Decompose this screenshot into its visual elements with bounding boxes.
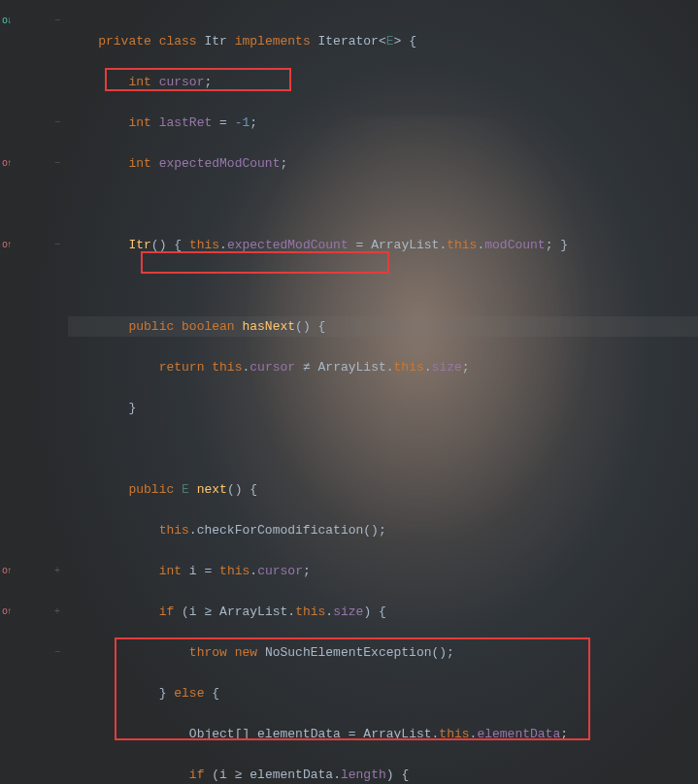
code-line[interactable]: int i = this.cursor; bbox=[68, 561, 698, 581]
code-line[interactable]: this.checkForComodification(); bbox=[68, 520, 698, 540]
code-line[interactable]: Object[] elementData = ArrayList.this.el… bbox=[68, 724, 698, 744]
code-area[interactable]: private class Itr implements Iterator<E>… bbox=[68, 0, 698, 784]
override-marker-up-icon[interactable]: o↑ bbox=[2, 153, 21, 174]
code-line[interactable]: return this.cursor ≠ ArrayList.this.size… bbox=[68, 357, 698, 377]
code-line[interactable]: public boolean hasNext() { bbox=[68, 316, 698, 337]
override-marker-up-icon[interactable]: o↑ bbox=[2, 561, 21, 581]
fold-tick-icon[interactable]: − bbox=[54, 153, 60, 174]
code-line[interactable]: } else { bbox=[68, 683, 698, 703]
code-line[interactable]: Itr() { this.expectedModCount = ArrayLis… bbox=[68, 235, 698, 255]
fold-tick-icon[interactable]: − bbox=[54, 113, 60, 133]
code-line[interactable]: throw new NoSuchElementException(); bbox=[68, 642, 698, 663]
code-line[interactable]: private class Itr implements Iterator<E>… bbox=[68, 31, 698, 51]
fold-tick-icon[interactable]: + bbox=[54, 602, 60, 622]
code-line[interactable] bbox=[68, 194, 698, 214]
fold-tick-icon[interactable]: − bbox=[54, 642, 60, 663]
gutter: o↓ − − o↑ − o↑ − o↑ + o↑ + − bbox=[0, 0, 68, 784]
code-line[interactable]: } bbox=[68, 398, 698, 418]
code-line[interactable] bbox=[68, 276, 698, 296]
override-marker-up-icon[interactable]: o↑ bbox=[2, 602, 21, 622]
override-marker-up-icon[interactable]: o↑ bbox=[2, 235, 21, 255]
code-line[interactable]: if (i ≥ elementData.length) { bbox=[68, 765, 698, 784]
code-line[interactable]: int cursor; bbox=[68, 72, 698, 92]
code-line[interactable]: public E next() { bbox=[68, 479, 698, 500]
code-line[interactable] bbox=[68, 439, 698, 459]
code-line[interactable]: int lastRet = -1; bbox=[68, 113, 698, 133]
code-line[interactable]: int expectedModCount; bbox=[68, 153, 698, 174]
code-editor[interactable]: o↓ − − o↑ − o↑ − o↑ + o↑ + − private cla… bbox=[0, 0, 698, 784]
fold-tick-icon[interactable]: + bbox=[54, 561, 60, 581]
fold-tick-icon[interactable]: − bbox=[54, 235, 60, 255]
code-line[interactable]: if (i ≥ ArrayList.this.size) { bbox=[68, 602, 698, 622]
fold-tick-icon[interactable]: − bbox=[54, 11, 60, 31]
override-marker-down-icon[interactable]: o↓ bbox=[2, 11, 21, 31]
